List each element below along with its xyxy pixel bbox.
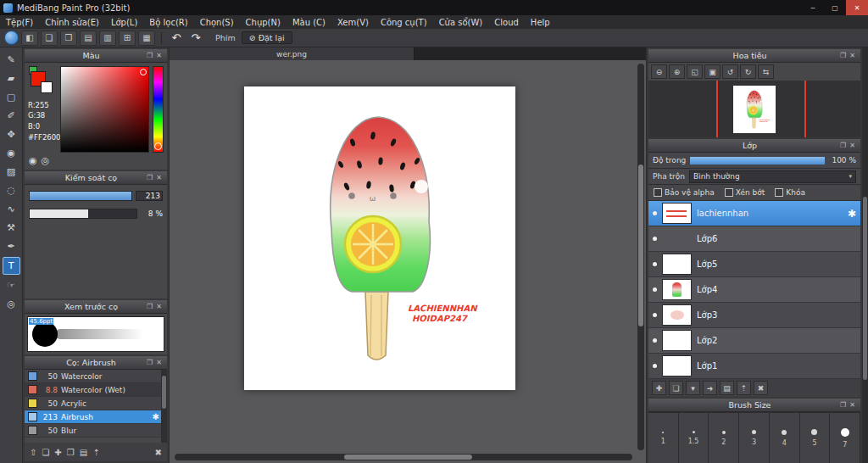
layer-row[interactable]: Lớp5	[648, 252, 860, 277]
merge-down-icon[interactable]: ▾	[686, 381, 700, 395]
brush-size-cell[interactable]: 2	[709, 413, 739, 463]
duplicate-brush-icon[interactable]: ❐	[67, 448, 75, 457]
close-panel-icon[interactable]: ✕	[848, 401, 857, 409]
close-panel-icon[interactable]: ✕	[154, 174, 164, 181]
reset-button[interactable]: ⊘ Đặt lại	[242, 31, 292, 44]
brush-export-icon[interactable]: ⇡	[92, 448, 99, 457]
menu-file[interactable]: Tệp(F)	[0, 15, 39, 29]
brush-row[interactable]: 50 Acrylic	[25, 397, 167, 410]
layer-row-selected[interactable]: lachiennhan ✱	[648, 201, 860, 226]
undo-button[interactable]: ↶	[168, 31, 185, 45]
close-panel-icon[interactable]: ✕	[154, 359, 164, 366]
artboard[interactable]: ω LACHIENNHAN	[244, 86, 515, 390]
hand-tool[interactable]: ☞	[3, 277, 19, 293]
close-button[interactable]: ✕	[846, 0, 868, 15]
zoom-out-icon[interactable]: ⊖	[651, 64, 667, 79]
detach-panel-icon[interactable]: ❐	[145, 303, 154, 310]
detach-panel-icon[interactable]: ❐	[838, 142, 848, 149]
actual-size-icon[interactable]: ▣	[704, 64, 721, 79]
redo-button[interactable]: ↷	[187, 31, 204, 45]
blend-mode-select[interactable]: Bình thường ▾	[689, 170, 856, 183]
layer-visibility-icon[interactable]	[653, 313, 657, 317]
flip-icon[interactable]: ⇆	[758, 64, 774, 79]
sv-marker[interactable]	[140, 69, 147, 75]
delete-layer-icon[interactable]: ✖	[754, 381, 768, 395]
layer-row[interactable]: Lớp4	[648, 277, 860, 303]
select-tool[interactable]: ▢	[3, 89, 19, 105]
lock-checkbox[interactable]: Khóa	[775, 188, 805, 197]
duplicate-layer-icon[interactable]: ❏	[669, 381, 683, 395]
menu-filter[interactable]: Bộ lọc(R)	[143, 15, 193, 29]
document-icon[interactable]: ▥	[99, 31, 116, 46]
move-tool[interactable]: ✥	[3, 126, 19, 142]
zoom-tool[interactable]: ◎	[3, 296, 19, 312]
background-swatch[interactable]	[41, 81, 53, 93]
brush-opacity-slider[interactable]	[29, 209, 137, 219]
operation-tool[interactable]: ⚒	[3, 220, 19, 236]
brush-size-cell[interactable]: 1.5	[679, 413, 709, 463]
layer-visibility-icon[interactable]	[653, 211, 657, 215]
export-icon[interactable]: ❑	[41, 31, 58, 46]
saturation-value-picker[interactable]	[60, 66, 149, 153]
fill-tool[interactable]: ◉	[3, 145, 19, 161]
brush-size-slider[interactable]	[29, 191, 132, 201]
canvas-horizontal-scrollbar[interactable]	[175, 454, 632, 460]
minimize-button[interactable]: ─	[802, 0, 824, 15]
detach-panel-icon[interactable]: ❐	[838, 52, 848, 59]
grid-icon[interactable]: ⊞	[119, 31, 136, 46]
layer-visibility-icon[interactable]	[653, 262, 657, 266]
canvas-tab[interactable]: wer.png	[170, 47, 415, 60]
layer-row[interactable]: Lớp2	[648, 328, 860, 354]
brush-size-cell[interactable]: 1	[648, 413, 679, 463]
clipping-checkbox[interactable]: Xén bớt	[725, 188, 765, 197]
transfer-layer-icon[interactable]: ➜	[703, 381, 717, 395]
save-icon[interactable]: ◧	[21, 31, 38, 46]
delete-brush-icon[interactable]: ✖	[155, 448, 162, 457]
menu-select[interactable]: Chọn(S)	[194, 15, 240, 29]
menu-color[interactable]: Màu (C)	[287, 15, 331, 29]
eraser-tool[interactable]: ▰	[3, 70, 19, 86]
brush-row-selected[interactable]: 213 Airbrush ✱	[25, 410, 167, 424]
brush-up-icon[interactable]: ⇧	[30, 448, 36, 457]
brush-row[interactable]: 50 Blur	[25, 424, 167, 438]
close-panel-icon[interactable]: ✕	[154, 52, 164, 59]
alpha-protect-checkbox[interactable]: Bảo vệ alpha	[654, 188, 715, 197]
layer-row[interactable]: Lớp1	[648, 354, 860, 379]
detach-panel-icon[interactable]: ❐	[145, 174, 154, 181]
menu-view[interactable]: Xem(V)	[331, 15, 375, 29]
palette-icon[interactable]: ▤	[80, 31, 97, 46]
gradient-tool[interactable]: ▨	[3, 164, 19, 180]
brush-mode-icon[interactable]	[4, 31, 19, 45]
menu-window[interactable]: Cửa sổ(W)	[433, 15, 489, 29]
brush-row[interactable]: 8.8 Watercolor (Wet)	[25, 383, 167, 397]
layer-visibility-icon[interactable]	[653, 364, 657, 368]
canvas-viewport[interactable]: ω LACHIENNHAN	[170, 60, 646, 463]
brush-size-cell[interactable]: 3	[739, 413, 770, 463]
menu-snap[interactable]: Chụp(N)	[240, 15, 287, 29]
scroll-thumb[interactable]	[344, 455, 472, 460]
layer-visibility-icon[interactable]	[653, 287, 657, 292]
brush-size-cell[interactable]: 4	[770, 413, 800, 463]
navigator-preview[interactable]	[648, 81, 860, 137]
close-panel-icon[interactable]: ✕	[848, 52, 857, 59]
brush-tool[interactable]: ✐	[3, 108, 19, 124]
pen-tool[interactable]: ✎	[3, 52, 19, 68]
brush-row[interactable]: 50 Watercolor	[25, 370, 167, 383]
menu-edit[interactable]: Chỉnh sửa(E)	[39, 15, 105, 29]
layer-settings-gear-icon[interactable]: ✱	[848, 208, 856, 220]
material-icon[interactable]: ▦	[138, 31, 155, 46]
brush-size-cell[interactable]: 5	[800, 413, 831, 463]
close-panel-icon[interactable]: ✕	[848, 142, 857, 149]
panel-scrollbar[interactable]	[862, 47, 868, 463]
menu-cloud[interactable]: Cloud	[488, 15, 525, 29]
brush-list-scrollbar[interactable]	[161, 370, 167, 443]
lasso-tool[interactable]: ∿	[3, 201, 19, 217]
scroll-thumb[interactable]	[863, 197, 867, 380]
menu-tools[interactable]: Công cụ(T)	[375, 15, 433, 29]
pen2-tool[interactable]: ✒	[3, 238, 19, 254]
brush-size-cell[interactable]: 7	[830, 413, 860, 463]
detach-panel-icon[interactable]: ❐	[145, 359, 154, 366]
color-bar-icon[interactable]: ◎	[42, 155, 50, 166]
scroll-thumb[interactable]	[638, 165, 643, 327]
brush-folder-icon[interactable]: ▤	[80, 448, 87, 457]
